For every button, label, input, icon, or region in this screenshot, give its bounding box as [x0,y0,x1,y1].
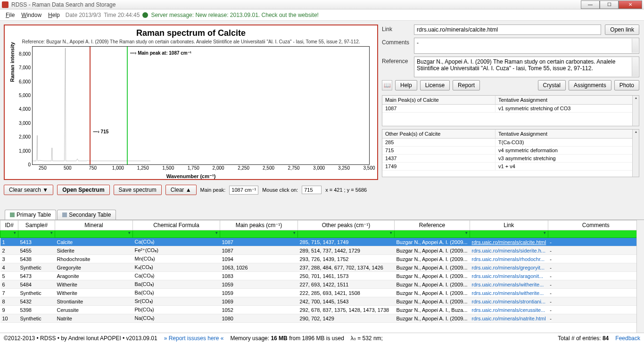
total-entries: Total # of entries: 84 [558,335,609,342]
open-spectrum-button[interactable]: Open Spectrum [57,185,109,195]
column-filter[interactable] [298,230,395,238]
maximize-button[interactable]: ☐ [600,0,619,9]
clear-search-button[interactable]: Clear search ▼ [4,185,53,195]
mouse-click-label: Mouse click on: [262,187,298,193]
assignments-button[interactable]: Assignments [569,80,611,90]
open-link-button[interactable]: Open link [605,24,639,35]
copyright-text: ©2012-2013 • RDSS • by Andrei Ionut APOP… [4,335,157,342]
x-tick: 2,750 [288,164,300,171]
column-header[interactable]: Main peaks (cm⁻¹) [220,220,298,230]
x-tick: 500 [64,164,72,171]
link-input[interactable]: rdrs.uaic.ro/minerals/calcite.html [414,24,601,35]
y-tick: 1,000 [19,148,33,153]
table-row[interactable]: 55473Aragonite Ca(CO₃)1083250, 701, 1461… [0,272,644,280]
data-grid[interactable]: ID#Sample#MineralChemical FormulaMain pe… [0,220,644,333]
coords-readout: x = 421 ; y = 5686 [325,187,367,193]
save-spectrum-button[interactable]: Save spectrum [114,185,162,195]
x-tick: 3,250 [338,164,350,171]
x-tick: 1,000 [112,164,124,171]
app-icon [2,1,8,8]
y-tick: 2,000 [19,134,33,139]
x-tick: 250 [39,164,47,171]
menu-file[interactable]: File [3,11,17,19]
scrollbar[interactable]: ▴ [632,130,639,177]
x-tick: 2,500 [263,164,274,171]
table-row[interactable]: 1437v3 asymmetric stretching [382,155,639,163]
reference-label: Reference [382,57,410,65]
table-row[interactable]: 15413Calcite Ca(CO₃)1087285, 715, 1437, … [0,238,644,246]
column-header[interactable]: ID# [0,220,18,230]
menu-help[interactable]: Help [45,11,63,19]
scrollbar[interactable] [632,39,638,53]
column-header[interactable]: Link [470,220,548,230]
column-filter[interactable] [548,230,644,238]
table-row[interactable]: 95398Cerussite Pb(CO₃)1052292, 678, 837,… [0,306,644,314]
table-row[interactable]: 715v4 symmetric deformation [382,147,639,155]
scrollbar[interactable] [632,57,638,76]
column-filter[interactable] [470,230,548,238]
help-button[interactable]: Help [395,80,417,90]
spectrum-panel: Raman spectrum of Calcite Reference: Buz… [4,24,378,180]
tab-primary[interactable]: Primary Table [5,210,56,220]
main-peaks-header-a: Main Peak(s) of Calcite [382,96,495,104]
book-icon[interactable]: 📖 [382,80,392,90]
report-issues-link[interactable]: » Report issuses here « [164,335,224,342]
column-filter[interactable] [133,230,220,238]
status-bar: ©2012-2013 • RDSS • by Andrei Ionut APOP… [0,333,644,343]
feedback-link[interactable]: Feedback [615,335,640,342]
crystal-button[interactable]: Crystal [538,80,566,90]
report-button[interactable]: Report [453,80,480,90]
main-peaks-header-b: Tentative Assignment [495,96,639,104]
grid-scrollbar[interactable] [636,220,644,333]
tab-secondary[interactable]: Secondary Table [57,210,116,220]
menubar: File Window Help Date 2013/9/3 Time 20:4… [0,9,644,21]
column-header[interactable]: Mineral [55,220,133,230]
clear-button[interactable]: Clear ▲ [165,185,197,195]
x-tick: 1,250 [137,164,149,171]
column-header[interactable]: Other peaks (cm⁻¹) [298,220,395,230]
main-peak-value[interactable]: 1087 cm⁻¹ [229,186,258,195]
cursor-marker [90,47,91,164]
table-row[interactable]: 85432Strontianite Sr(CO₃)1069242, 700, 1… [0,297,644,306]
table-row[interactable]: 1087v1 symmetric stretching of CO3 [382,105,639,113]
photo-button[interactable]: Photo [614,80,639,90]
column-filter[interactable] [18,230,55,238]
column-filter[interactable] [395,230,470,238]
x-tick: 2,000 [213,164,224,171]
window-title: RDSS - Raman Data Search and Storage [11,1,581,8]
status-date: Date 2013/9/3 [66,12,101,18]
table-row[interactable]: 10SyntheticNatrite Na(CO₃)1080290, 702, … [0,314,644,323]
y-tick: 3,000 [19,120,33,125]
column-filter[interactable] [55,230,133,238]
mouse-click-value[interactable]: 715 [302,186,322,194]
column-header[interactable]: Sample# [18,220,55,230]
table-row[interactable]: 35438Rhodochrosite Mn(CO₃)1094293, 726, … [0,255,644,263]
table-row[interactable]: 65484Witherite Ba(CO₃)1059227, 693, 1422… [0,280,644,289]
x-tick: 2,250 [238,164,249,171]
menu-window[interactable]: Window [18,11,44,19]
minimize-button[interactable]: — [581,0,600,9]
table-row[interactable]: 4SyntheticGregoryite K₂(CO₃)1063, 102623… [0,263,644,272]
close-button[interactable]: ✕ [619,0,642,9]
spectrum-plot[interactable]: 0 1,000 2,000 3,000 4,000 5,000 6,000 7,… [32,46,370,165]
table-icon [62,212,67,217]
column-header[interactable]: Chemical Formula [133,220,220,230]
y-tick: 0 [28,162,33,167]
comments-label: Comments [382,38,410,46]
license-button[interactable]: License [420,80,450,90]
scrollbar[interactable]: ▴ [632,96,639,126]
x-tick: 1,750 [188,164,199,171]
table-row[interactable]: 1749v1 + v4 [382,163,639,171]
comments-input[interactable]: - [414,38,639,54]
reference-input[interactable]: Buzgar N., Apopei A. I. (2009) The Raman… [414,57,639,77]
table-row[interactable]: 285T(Ca-CO3) [382,139,639,147]
column-filter[interactable] [0,230,18,238]
spectrum-trace [33,47,150,164]
column-header[interactable]: Reference [395,220,470,230]
column-filter[interactable] [220,230,298,238]
lambda-readout: λ₀ = 532 nm; [351,335,383,342]
table-row[interactable]: 25455Siderite Fe²⁺(CO₃)1087289, 514, 737… [0,246,644,255]
y-tick: 5,000 [19,93,33,98]
column-header[interactable]: Comments [548,220,644,230]
table-row[interactable]: 7SyntheticWitherite Ba(CO₃)1059222, 285,… [0,289,644,297]
